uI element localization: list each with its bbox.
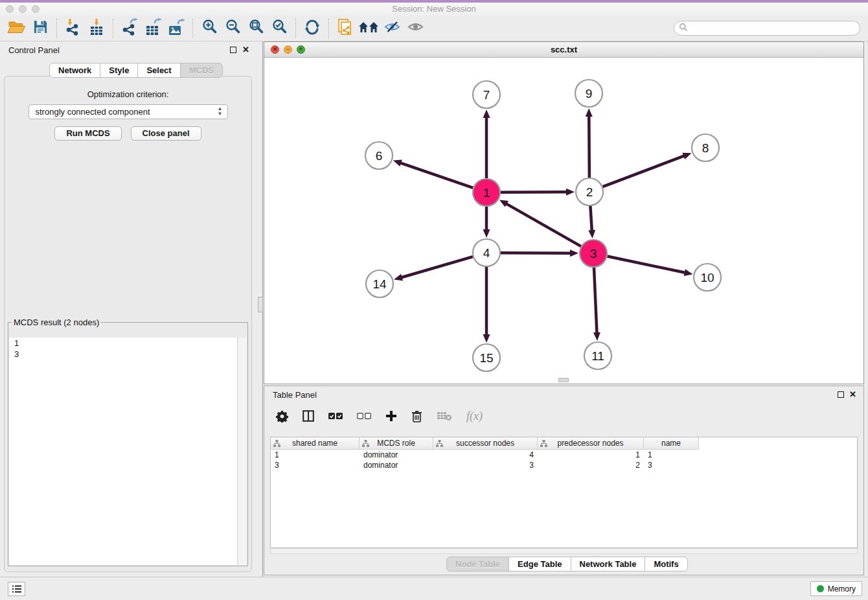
table-cell[interactable]: 3: [433, 460, 538, 470]
graph-edge-2-8[interactable]: [603, 156, 685, 187]
export-network-icon: [121, 18, 139, 38]
import-table-icon: [89, 18, 104, 38]
table-row[interactable]: 3dominator323: [271, 460, 857, 470]
vertical-splitter-handle[interactable]: [258, 297, 263, 312]
result-scrollbar[interactable]: [237, 338, 247, 565]
gear-icon[interactable]: [276, 410, 288, 422]
table-panel-title: Table Panel: [273, 390, 317, 400]
main-toolbar: [0, 16, 868, 41]
table-cell[interactable]: 3: [271, 460, 360, 470]
tab-network[interactable]: Network: [49, 63, 100, 78]
graph-edge-3-11[interactable]: [594, 268, 597, 334]
network-view-window: ✕ − + scc.txt 1234678910111415: [264, 41, 864, 384]
tab-select[interactable]: Select: [137, 63, 180, 78]
run-mcds-button[interactable]: Run MCDS: [54, 126, 121, 141]
criterion-select[interactable]: strongly connected component ▲▼: [29, 104, 228, 119]
table-body: 1dominator4113dominator323: [271, 450, 857, 470]
zoom-selected-button[interactable]: [268, 18, 291, 39]
float-panel-icon[interactable]: [838, 391, 844, 398]
close-panel-icon[interactable]: ✕: [849, 389, 856, 399]
tab-node-table[interactable]: Node Table: [446, 557, 509, 571]
hide-panels-button[interactable]: [380, 18, 404, 39]
float-panel-icon[interactable]: [230, 47, 236, 53]
export-image-button[interactable]: [165, 18, 188, 39]
table-cell[interactable]: dominator: [360, 460, 433, 470]
table-cell[interactable]: 3: [644, 460, 699, 470]
table-toolbar: f(x): [276, 403, 483, 429]
network-overview-button[interactable]: [357, 18, 380, 39]
search-input[interactable]: [688, 23, 846, 34]
graph-edge-2-3[interactable]: [590, 206, 591, 231]
table-cell[interactable]: 2: [538, 460, 644, 470]
table-cell[interactable]: 1: [271, 450, 360, 460]
column-header-MCDS-role[interactable]: MCDS role: [360, 437, 433, 450]
trash-icon[interactable]: [411, 410, 422, 422]
column-header-name[interactable]: name: [644, 437, 699, 450]
graph-edge-2-9[interactable]: [589, 115, 589, 178]
close-panel-icon[interactable]: ✕: [242, 45, 249, 54]
deselect-all-icon[interactable]: [357, 412, 371, 420]
column-header-shared-name[interactable]: shared name: [271, 437, 360, 450]
columns-icon[interactable]: [303, 410, 314, 422]
refresh-layout-button[interactable]: [301, 18, 324, 39]
delete-table-icon[interactable]: [437, 411, 452, 421]
export-table-button[interactable]: [141, 18, 165, 39]
node-table[interactable]: shared nameMCDS rolesuccessor nodesprede…: [270, 437, 858, 548]
close-panel-button[interactable]: Close panel: [131, 126, 201, 141]
table-cell[interactable]: dominator: [360, 450, 433, 460]
graph-edge-1-6[interactable]: [400, 163, 473, 188]
network-window-title: scc.txt: [264, 42, 863, 57]
zoom-out-button[interactable]: [221, 18, 244, 39]
import-table-button[interactable]: [85, 18, 108, 39]
table-cell[interactable]: 1: [538, 450, 644, 460]
network-canvas[interactable]: 1234678910111415: [264, 57, 863, 384]
show-panels-button[interactable]: [404, 18, 427, 39]
copy-network-button[interactable]: [334, 18, 357, 39]
tab-style[interactable]: Style: [100, 63, 138, 78]
network-window-titlebar[interactable]: ✕ − + scc.txt: [264, 42, 863, 58]
save-session-button[interactable]: [29, 18, 52, 39]
graph-edge-4-3[interactable]: [501, 253, 571, 253]
zoom-fit-button[interactable]: [244, 18, 268, 39]
control-panel-header: Control Panel ✕: [0, 41, 257, 58]
column-header-successor-nodes[interactable]: successor nodes: [433, 437, 538, 450]
search-field[interactable]: [674, 21, 860, 36]
status-bar: Memory: [0, 577, 868, 600]
column-header-predecessor-nodes[interactable]: predecessor nodes: [538, 437, 644, 450]
table-hscrollbar[interactable]: [270, 548, 858, 554]
edge-arrowhead: [570, 249, 578, 257]
graph-node-label: 7: [483, 88, 490, 102]
graph-edge-3-10[interactable]: [608, 257, 686, 273]
open-session-button[interactable]: [5, 18, 29, 39]
import-network-button[interactable]: [62, 18, 85, 39]
table-cell[interactable]: 1: [644, 450, 699, 460]
table-row[interactable]: 1dominator411: [271, 450, 857, 460]
function-builder-icon[interactable]: f(x): [466, 410, 483, 423]
mcds-result-list[interactable]: 13: [9, 338, 238, 565]
graph-node-label: 15: [479, 351, 493, 365]
graph-edge-4-14[interactable]: [401, 257, 473, 277]
tab-mcds[interactable]: MCDS: [180, 63, 223, 78]
horizontal-splitter-handle[interactable]: [558, 378, 569, 382]
memory-button[interactable]: Memory: [810, 581, 862, 596]
edge-arrowhead: [586, 108, 593, 117]
graph-edge-3-1[interactable]: [506, 203, 581, 246]
graph-edge-1-2[interactable]: [501, 192, 567, 192]
refresh-icon: [304, 19, 320, 38]
graph-node-label: 10: [700, 271, 714, 284]
graph-node-label: 2: [586, 185, 593, 199]
edge-arrowhead: [483, 110, 490, 118]
mcds-result-legend: MCDS result (2 nodes): [12, 317, 101, 327]
tab-edge-table[interactable]: Edge Table: [508, 557, 571, 571]
add-row-icon[interactable]: [385, 410, 397, 422]
export-table-icon: [144, 18, 162, 38]
zoom-in-button[interactable]: [198, 18, 221, 39]
table-cell[interactable]: 4: [433, 450, 538, 460]
tab-motifs[interactable]: Motifs: [645, 557, 687, 571]
select-all-icon[interactable]: [328, 412, 343, 420]
table-panel: Table Panel ✕ f(x) shared nameMCDS roles…: [264, 386, 864, 575]
task-history-button[interactable]: [8, 582, 25, 596]
export-network-button[interactable]: [118, 18, 141, 39]
houses-icon: [359, 20, 379, 36]
tab-network-table[interactable]: Network Table: [571, 557, 646, 571]
